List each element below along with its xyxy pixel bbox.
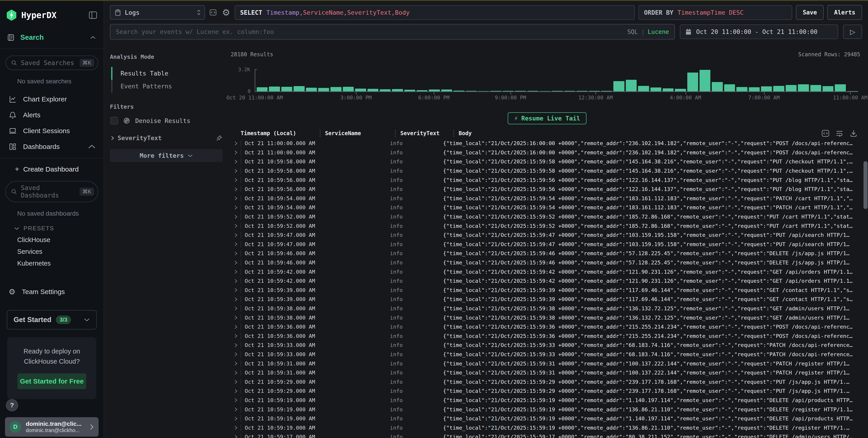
expand-row-icon[interactable]: [231, 196, 241, 201]
more-filters-button[interactable]: More filters: [110, 149, 222, 162]
expand-row-icon[interactable]: [231, 168, 241, 174]
table-row[interactable]: Oct 21 10:59:31.000 AMinfo{"time_local":…: [231, 368, 864, 377]
histogram-bar[interactable]: [466, 91, 477, 91]
histogram-bar[interactable]: [527, 91, 538, 91]
expand-row-icon[interactable]: [231, 306, 241, 311]
table-row[interactable]: Oct 21 10:59:39.000 AMinfo{"time_local":…: [231, 295, 864, 304]
expand-row-icon[interactable]: [231, 187, 241, 192]
run-query-button[interactable]: ▷: [843, 25, 862, 39]
help-button[interactable]: ?: [6, 399, 18, 411]
saved-dashboards-input[interactable]: Saved Dashboards ⌘K: [5, 181, 98, 202]
table-row[interactable]: Oct 21 10:59:29.000 AMinfo{"time_local":…: [231, 377, 864, 386]
source-settings-gear-icon[interactable]: ⚙: [221, 7, 231, 18]
expand-row-icon[interactable]: [231, 324, 241, 330]
denoise-results-toggle[interactable]: Denoise Results: [111, 117, 222, 125]
source-select[interactable]: Logs: [110, 5, 205, 20]
table-row[interactable]: Oct 21 10:59:38.000 AMinfo{"time_local":…: [231, 313, 864, 322]
table-row[interactable]: Oct 21 10:59:46.000 AMinfo{"time_local":…: [231, 249, 864, 258]
histogram-bar[interactable]: [700, 70, 710, 91]
histogram-bar[interactable]: [786, 85, 797, 91]
histogram-bar[interactable]: [626, 80, 637, 91]
table-row[interactable]: Oct 21 10:59:58.000 AMinfo{"time_local":…: [231, 166, 864, 176]
table-row[interactable]: Oct 21 10:59:54.000 AMinfo{"time_local":…: [231, 203, 864, 212]
histogram-bar[interactable]: [257, 87, 268, 91]
expand-row-icon[interactable]: [231, 232, 241, 238]
expand-row-icon[interactable]: [231, 205, 241, 210]
histogram-bar[interactable]: [638, 86, 649, 91]
table-row[interactable]: Oct 21 10:59:33.000 AMinfo{"time_local":…: [231, 350, 864, 359]
date-range-picker[interactable]: Oct 20 11:00:00 - Oct 21 11:00:00: [680, 25, 838, 39]
preset-services[interactable]: Services: [0, 244, 103, 256]
download-icon[interactable]: [849, 129, 858, 137]
table-row[interactable]: Oct 21 11:00:00.000 AMinfo{"time_local":…: [231, 148, 864, 157]
sidebar-item-search[interactable]: Search: [0, 21, 103, 49]
col-servicename[interactable]: ServiceName: [325, 130, 395, 136]
sidebar-item-dashboards[interactable]: Dashboards: [0, 139, 103, 155]
events-histogram[interactable]: 3.2K 0: [255, 69, 858, 92]
histogram-bar[interactable]: [392, 89, 403, 91]
expand-row-icon[interactable]: [231, 223, 241, 229]
histogram-bar[interactable]: [823, 86, 833, 91]
sidebar-item-alerts[interactable]: Alerts: [0, 107, 103, 123]
table-row[interactable]: Oct 21 10:59:47.000 AMinfo{"time_local":…: [231, 231, 864, 240]
preset-kubernetes[interactable]: Kubernetes: [0, 256, 103, 267]
table-row[interactable]: Oct 21 10:59:19.000 AMinfo{"time_local":…: [231, 423, 864, 432]
code-view-icon[interactable]: [822, 129, 830, 137]
presets-toggle[interactable]: PRESETS: [0, 218, 103, 232]
histogram-bar[interactable]: [380, 89, 391, 91]
table-row[interactable]: Oct 21 10:59:42.000 AMinfo{"time_local":…: [231, 276, 864, 286]
expand-row-icon[interactable]: [231, 269, 241, 275]
sidebar-collapse-icon[interactable]: [89, 11, 97, 19]
preset-clickhouse[interactable]: ClickHouse: [0, 232, 103, 244]
expand-row-icon[interactable]: [231, 149, 241, 155]
resume-live-tail-button[interactable]: ⚡ Resume Live Tail: [508, 112, 586, 124]
histogram-bar[interactable]: [293, 86, 304, 91]
histogram-bar[interactable]: [749, 87, 760, 91]
mode-results-table[interactable]: Results Table: [111, 67, 222, 80]
histogram-bar[interactable]: [331, 87, 341, 91]
histogram-bar[interactable]: [343, 87, 354, 91]
histogram-bar[interactable]: [687, 72, 698, 91]
histogram-bar[interactable]: [810, 85, 821, 91]
expand-row-icon[interactable]: [231, 407, 241, 412]
histogram-bar[interactable]: [601, 91, 612, 91]
histogram-bar[interactable]: [650, 88, 661, 91]
table-row[interactable]: Oct 21 10:59:33.000 AMinfo{"time_local":…: [231, 341, 864, 350]
expand-row-icon[interactable]: [231, 370, 241, 376]
table-row[interactable]: Oct 21 10:59:38.000 AMinfo{"time_local":…: [231, 304, 864, 313]
histogram-bar[interactable]: [306, 88, 317, 91]
histogram-bar[interactable]: [454, 91, 464, 91]
histogram-bar[interactable]: [404, 90, 415, 91]
sidebar-item-client-sessions[interactable]: Client Sessions: [0, 123, 103, 139]
histogram-bar[interactable]: [798, 84, 809, 91]
sidebar-item-chart-explorer[interactable]: Chart Explorer: [0, 91, 103, 107]
expand-row-icon[interactable]: [231, 260, 241, 266]
table-row[interactable]: Oct 21 10:59:19.000 AMinfo{"time_local":…: [231, 396, 864, 405]
scrollbar-thumb[interactable]: [864, 161, 868, 209]
table-row[interactable]: Oct 21 10:59:39.000 AMinfo{"time_local":…: [231, 286, 864, 295]
table-row[interactable]: Oct 21 10:59:31.000 AMinfo{"time_local":…: [231, 359, 864, 368]
table-row[interactable]: Oct 21 10:59:56.000 AMinfo{"time_local":…: [231, 175, 864, 184]
select-clause-input[interactable]: SELECT Timestamp ,ServiceName,SeverityTe…: [235, 5, 635, 20]
expand-row-icon[interactable]: [231, 159, 241, 165]
table-row[interactable]: Oct 21 10:59:47.000 AMinfo{"time_local":…: [231, 240, 864, 249]
histogram-bar[interactable]: [835, 84, 846, 91]
col-severitytext[interactable]: SeverityText: [400, 130, 454, 136]
get-started-free-button[interactable]: Get Started for Free: [18, 373, 86, 389]
expand-row-icon[interactable]: [231, 315, 241, 321]
save-button[interactable]: Save: [796, 5, 824, 20]
alerts-button[interactable]: Alerts: [827, 5, 862, 20]
sidebar-item-team-settings[interactable]: ⚙ Team Settings: [0, 283, 103, 300]
histogram-bar[interactable]: [724, 84, 735, 91]
filter-group-severitytext[interactable]: SeverityText: [111, 134, 222, 141]
expand-row-icon[interactable]: [231, 177, 241, 183]
histogram-bar[interactable]: [441, 90, 452, 91]
expand-row-icon[interactable]: [231, 388, 241, 394]
expand-row-icon[interactable]: [231, 379, 241, 385]
table-row[interactable]: Oct 21 10:59:19.000 AMinfo{"time_local":…: [231, 414, 864, 423]
expand-row-icon[interactable]: [231, 141, 241, 146]
language-toggle[interactable]: SQL|Lucene: [627, 29, 669, 35]
expand-row-icon[interactable]: [231, 333, 241, 339]
histogram-bar[interactable]: [712, 82, 722, 91]
histogram-bar[interactable]: [368, 89, 378, 91]
